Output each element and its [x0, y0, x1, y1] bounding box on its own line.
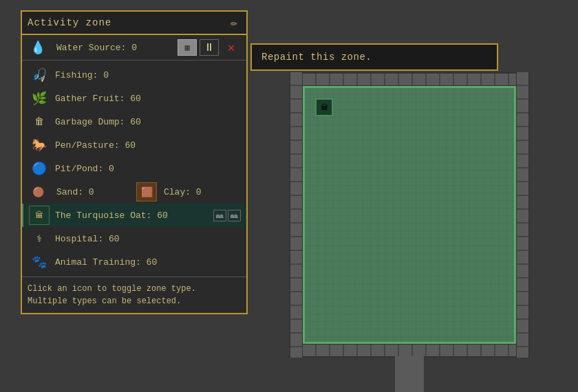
garbage-dump-icon: 🗑: [29, 112, 50, 131]
zone-item-animal-training[interactable]: 🐾 Animal Training: 60: [22, 250, 246, 274]
stone-border-left: [289, 72, 303, 358]
water-source-row: 💧 Water Source: 0 ▦ ⏸ ✕: [22, 35, 246, 61]
hint-text: Click an icon to toggle zone type. Multi…: [22, 276, 246, 313]
zone-marker: 🏛: [315, 98, 333, 116]
stone-border-bottom: [289, 344, 530, 358]
animal-training-label: Animal Training: 60: [55, 257, 241, 268]
zone-item-pit-pond[interactable]: 🔵 Pit/Pond: 0: [22, 157, 246, 180]
fishing-icon: 🎣: [29, 65, 50, 85]
panel-title: Activity zone: [28, 17, 111, 28]
pit-pond-label: Pit/Pond: 0: [55, 164, 241, 174]
fishing-label: Fishing: 0: [55, 70, 241, 80]
gather-fruit-icon: 🌿: [29, 89, 50, 108]
grid-button[interactable]: ▦: [178, 39, 197, 56]
repaint-button[interactable]: Repaint this zone.: [250, 43, 498, 71]
gather-fruit-label: Gather Fruit: 60: [55, 94, 241, 104]
pen-pasture-label: Pen/Pasture: 60: [55, 140, 241, 151]
zone-item-gather-fruit[interactable]: 🌿 Gather Fruit: 60: [22, 87, 246, 110]
hospital-label: Hospital: 60: [55, 234, 241, 244]
green-border: [303, 86, 516, 344]
zone-map: 🏛: [289, 72, 530, 358]
sand-label: Sand: 0: [56, 187, 133, 197]
garbage-dump-label: Garbage Dump: 60: [55, 117, 241, 127]
zone-list: 🎣 Fishing: 0 🌿 Gather Fruit: 60 🗑 Garbag…: [22, 61, 246, 276]
close-button[interactable]: ✕: [222, 39, 241, 56]
zone-item-turquoise-oat[interactable]: 🏛 The Turquoise Oat: 60 🏘 🏘: [22, 204, 246, 227]
stone-border-right: [516, 72, 530, 358]
panel-header: Activity zone ✏: [22, 12, 246, 35]
hospital-icon: ⚕: [29, 229, 50, 248]
sand-icon: 🟤: [28, 182, 48, 202]
pencil-icon: ✏: [227, 16, 241, 30]
zone-item-fishing[interactable]: 🎣 Fishing: 0: [22, 63, 246, 87]
sand-clay-row: 🟤 Sand: 0 🟫 Clay: 0: [22, 180, 246, 204]
green-interior: 🏛: [303, 86, 516, 344]
activity-panel: Activity zone ✏ 💧 Water Source: 0 ▦ ⏸ ✕ …: [21, 10, 248, 314]
turquoise-oat-label: The Turquoise Oat: 60: [55, 210, 213, 221]
animal-training-icon: 🐾: [29, 252, 50, 272]
stone-border-top: [289, 72, 530, 86]
turquoise-oat-icon: 🏛: [29, 206, 50, 225]
hint-line2: Multiple types can be selected.: [28, 296, 181, 306]
hint-line1: Click an icon to toggle zone type.: [28, 284, 196, 294]
water-source-icon: 💧: [28, 38, 48, 57]
pen-pasture-icon: 🐎: [29, 135, 50, 155]
map-container: 🏛: [289, 72, 530, 358]
zone-item-pen-pasture[interactable]: 🐎 Pen/Pasture: 60: [22, 133, 246, 157]
bottom-path: [395, 356, 424, 392]
pit-pond-icon: 🔵: [29, 159, 50, 178]
clay-label: Clay: 0: [164, 187, 241, 197]
zone-item-garbage-dump[interactable]: 🗑 Garbage Dump: 60: [22, 110, 246, 133]
clay-icon-button[interactable]: 🟫: [136, 182, 157, 202]
pause-button[interactable]: ⏸: [200, 39, 219, 56]
zone-item-hospital[interactable]: ⚕ Hospital: 60: [22, 227, 246, 250]
water-source-label: Water Source: 0: [56, 43, 175, 53]
repaint-label: Repaint this zone.: [261, 52, 372, 63]
